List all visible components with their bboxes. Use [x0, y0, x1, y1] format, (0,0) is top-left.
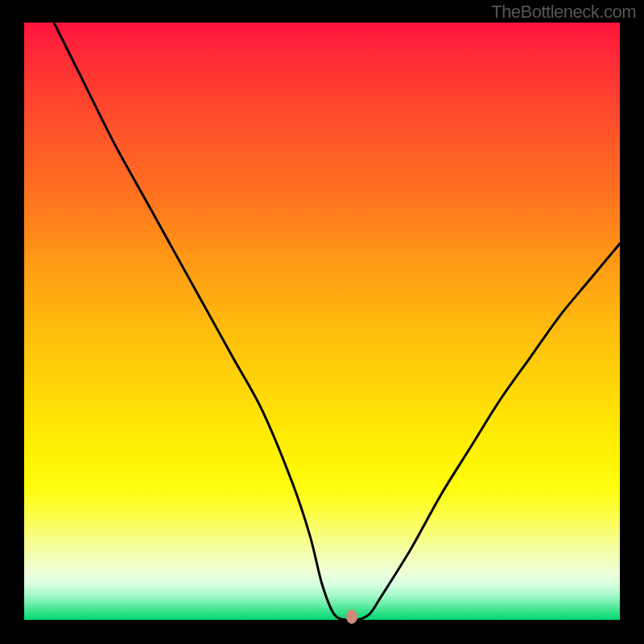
- optimal-point-marker: [346, 609, 357, 624]
- chart-plot-area: [24, 23, 620, 620]
- bottleneck-curve-line: [24, 23, 620, 620]
- attribution-text: TheBottleneck.com: [491, 2, 636, 23]
